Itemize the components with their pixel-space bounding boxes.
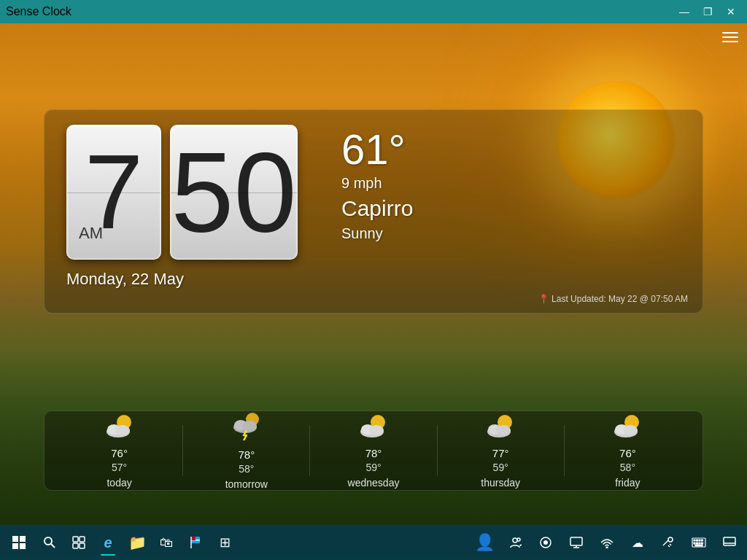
svg-rect-21 <box>20 536 26 542</box>
svg-rect-54 <box>695 545 703 546</box>
forecast-friday: 76° 58° friday <box>565 413 691 489</box>
people-button[interactable] <box>500 528 530 557</box>
forecast-wednesday: 78° 59° wednesday <box>310 413 436 489</box>
search-button[interactable] <box>35 528 64 557</box>
svg-rect-27 <box>80 537 85 542</box>
forecast-thursday: 77° 59° thursday <box>438 413 564 489</box>
minimize-button[interactable]: — <box>674 4 694 20</box>
hour-card: 7 AM <box>66 125 161 260</box>
tomorrow-low: 58° <box>239 462 254 475</box>
close-button[interactable]: ✕ <box>721 4 741 20</box>
flag-button[interactable] <box>181 528 210 557</box>
weather-wind: 9 mph <box>341 175 681 192</box>
svg-rect-48 <box>699 540 700 541</box>
svg-rect-46 <box>694 540 695 541</box>
svg-point-37 <box>543 540 548 545</box>
today-temps: 76° 57° <box>111 446 128 474</box>
forecast-panel: 76° 57° today 78° 58° tomorrow <box>44 411 703 491</box>
svg-rect-26 <box>73 537 78 542</box>
hamburger-line-3 <box>722 41 738 42</box>
wednesday-high: 78° <box>365 446 382 461</box>
svg-point-35 <box>517 538 520 541</box>
svg-rect-55 <box>724 537 735 545</box>
svg-rect-53 <box>702 542 703 544</box>
edge-button[interactable]: e <box>93 528 123 557</box>
svg-point-42 <box>668 537 673 542</box>
svg-point-11 <box>369 425 384 435</box>
svg-line-43 <box>668 545 670 547</box>
app-title: Sense Clock <box>6 5 71 18</box>
clock-section: 7 AM 50 Monday, 22 May <box>44 110 320 313</box>
thursday-temps: 77° 59° <box>492 446 509 474</box>
key-button[interactable] <box>654 528 683 557</box>
clock-digits: 7 AM 50 <box>66 125 298 260</box>
tomorrow-high: 78° <box>238 448 255 462</box>
taskbar-pinned: e 📁 🛍 ⊞ <box>35 528 239 557</box>
svg-rect-49 <box>702 540 703 541</box>
thursday-high: 77° <box>492 446 509 461</box>
svg-rect-47 <box>697 540 698 541</box>
svg-rect-50 <box>694 542 695 544</box>
thursday-weather-icon <box>484 413 516 443</box>
today-high: 76° <box>111 446 128 461</box>
device-button[interactable] <box>562 528 591 557</box>
desktop-button[interactable] <box>715 528 744 557</box>
svg-point-7 <box>242 421 257 431</box>
svg-point-34 <box>513 538 517 542</box>
svg-rect-38 <box>570 537 582 545</box>
wednesday-weather-icon <box>357 413 390 443</box>
cloud-button[interactable]: ☁ <box>623 528 652 557</box>
hamburger-line-2 <box>722 36 738 38</box>
forecast-today: 76° 57° today <box>56 413 182 489</box>
today-label: today <box>107 477 131 489</box>
svg-rect-20 <box>12 536 18 542</box>
folder-button[interactable]: 📁 <box>123 528 152 557</box>
friday-low: 58° <box>620 461 635 474</box>
weather-temperature: 61° <box>341 128 681 171</box>
store-button[interactable]: 🛍 <box>152 528 181 557</box>
svg-rect-28 <box>73 543 78 548</box>
svg-rect-29 <box>80 543 85 548</box>
svg-point-3 <box>115 425 130 435</box>
app-button[interactable]: ⊞ <box>210 528 239 557</box>
taskbar-right: 👤 <box>470 528 744 557</box>
svg-point-41 <box>606 547 608 548</box>
location-pin-icon: 📍 <box>538 294 549 304</box>
weather-section: 61° 9 mph Capirro Sunny 📍 Last Updated: … <box>320 110 703 313</box>
wednesday-low: 59° <box>365 461 381 474</box>
friday-temps: 76° 58° <box>619 446 636 474</box>
main-panel: 7 AM 50 Monday, 22 May 61° 9 mph Capirro… <box>44 109 703 314</box>
weather-updated: 📍 Last Updated: May 22 @ 07:50 AM <box>538 294 688 304</box>
svg-point-19 <box>623 425 638 435</box>
window-controls: — ❐ ✕ <box>674 4 741 20</box>
thursday-label: thursday <box>481 477 520 489</box>
wednesday-temps: 78° 59° <box>365 446 382 474</box>
weather-condition: Sunny <box>341 225 681 242</box>
taskbar: e 📁 🛍 ⊞ 👤 <box>0 525 747 560</box>
network-button[interactable] <box>592 528 622 557</box>
friday-high: 76° <box>619 446 636 461</box>
avatar-button[interactable]: 👤 <box>470 528 499 557</box>
tomorrow-weather-icon <box>231 411 263 445</box>
menu-button[interactable] <box>722 32 738 42</box>
ampm-label: AM <box>79 224 103 243</box>
task-view-button[interactable] <box>64 528 93 557</box>
svg-rect-22 <box>12 543 18 549</box>
weather-location: Capirro <box>341 196 681 221</box>
keyboard-button[interactable] <box>684 528 713 557</box>
svg-rect-23 <box>20 543 26 549</box>
tomorrow-temps: 78° 58° <box>238 448 255 475</box>
svg-rect-52 <box>699 542 700 544</box>
svg-rect-32 <box>191 537 196 540</box>
start-button[interactable] <box>3 528 35 557</box>
tomorrow-label: tomorrow <box>225 478 268 490</box>
friday-label: friday <box>615 477 640 489</box>
svg-point-15 <box>496 425 511 435</box>
svg-rect-51 <box>697 542 698 544</box>
thursday-low: 59° <box>493 461 508 474</box>
weather-updated-text: Last Updated: May 22 @ 07:50 AM <box>551 294 688 304</box>
clock-date: Monday, 22 May <box>66 270 298 289</box>
record-button[interactable] <box>531 528 560 557</box>
maximize-button[interactable]: ❐ <box>697 4 718 20</box>
wednesday-label: wednesday <box>348 477 400 489</box>
